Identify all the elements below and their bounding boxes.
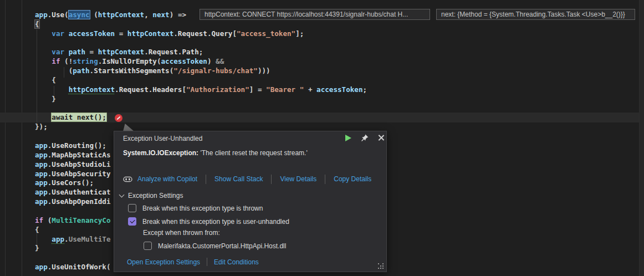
module-exclusion-row: Malerifakta.CustomerPortal.HttpApi.Host.… — [144, 241, 286, 251]
code-token: ( — [64, 11, 69, 19]
code-token: . — [207, 29, 212, 38]
break-when-thrown-checkbox[interactable] — [128, 204, 136, 212]
code-token: httpContext — [127, 29, 173, 38]
code-token: ) — [207, 57, 216, 65]
exception-type: System.IO.IOException: — [123, 149, 198, 157]
break-when-thrown-row: Break when this exception type is thrown — [128, 203, 263, 213]
code-token: UseRouting — [52, 141, 94, 150]
code-token: Path — [182, 48, 198, 56]
code-token — [35, 29, 52, 38]
code-token: . — [173, 29, 178, 38]
code-token: [ — [232, 29, 237, 38]
code-token: Headers — [152, 85, 182, 94]
code-token: { — [35, 226, 39, 234]
datatip-next[interactable]: next: {Method = {System.Threading.Tasks.… — [436, 9, 635, 20]
code-token: var — [52, 48, 64, 56]
code-token: (); — [94, 141, 106, 150]
code-token — [35, 48, 52, 56]
code-token: app — [35, 141, 48, 150]
exception-icon[interactable] — [115, 114, 122, 122]
code-line[interactable]: { — [35, 76, 367, 85]
code-token: ))) — [258, 67, 270, 75]
code-line[interactable]: if (!string.IsNullOrEmpty(accessToken) &… — [35, 57, 367, 67]
view-details-link[interactable]: View Details — [280, 175, 316, 183]
outline-margin-line — [22, 0, 22, 276]
code-token: UseUnitOfWork — [52, 263, 106, 271]
code-token: app — [35, 170, 48, 178]
code-token — [64, 48, 69, 56]
code-token: . — [64, 235, 69, 243]
break-when-unhandled-label: Break when this exception type is user-u… — [142, 218, 289, 226]
code-token: ; — [199, 48, 203, 56]
pushpin-icon — [360, 134, 369, 142]
code-token — [35, 57, 52, 65]
code-token: app — [35, 160, 48, 168]
code-token: UseMultiTe — [69, 235, 111, 243]
break-when-unhandled-row: Break when this exception type is user-u… — [128, 217, 289, 226]
code-line[interactable]: { — [35, 20, 367, 29]
code-token: app — [35, 11, 48, 19]
code-token: accessToken — [69, 29, 115, 38]
copy-details-link[interactable]: Copy Details — [334, 175, 371, 183]
code-token: }); — [35, 122, 48, 131]
code-line[interactable]: var accessToken = httpContext.Request.Qu… — [35, 29, 367, 39]
code-token: UseCors — [52, 178, 81, 187]
pin-icon[interactable] — [360, 134, 369, 142]
code-token: (! — [60, 57, 73, 65]
module-exclusion-label: Malerifakta.CustomerPortal.HttpApi.Host.… — [158, 242, 286, 250]
code-token: app — [35, 151, 48, 159]
code-token: StartsWithSegments — [94, 67, 169, 75]
code-token — [35, 113, 52, 121]
code-token: . — [144, 48, 149, 56]
code-token: = — [85, 48, 98, 56]
code-line[interactable] — [35, 104, 367, 114]
code-token — [35, 85, 69, 94]
editor-scrollbar[interactable] — [639, 0, 644, 276]
code-line[interactable]: (path.StartsWithSegments("/signalr-hubs/… — [35, 67, 367, 76]
divider — [206, 175, 206, 184]
code-token: + — [304, 85, 316, 94]
code-token: ] = — [249, 85, 266, 94]
code-token: UseAbpOpenIddi — [52, 197, 110, 206]
module-exclusion-checkbox[interactable] — [144, 242, 152, 250]
code-token: app — [35, 188, 48, 196]
code-token: , — [144, 11, 152, 19]
break-when-unhandled-checkbox[interactable] — [128, 217, 136, 226]
code-token: { — [35, 20, 39, 28]
exception-settings-expander[interactable]: Exception Settings — [120, 192, 183, 200]
continue-button[interactable] — [345, 135, 351, 141]
show-call-stack-link[interactable]: Show Call Stack — [214, 175, 263, 183]
exception-text: 'The client reset the request stream.' — [198, 149, 308, 157]
edit-conditions-link[interactable]: Edit Conditions — [214, 258, 259, 266]
code-token: MultiTenancyCo — [52, 216, 110, 224]
code-token: IsNullOrEmpty — [102, 57, 157, 65]
code-token: httpContext — [98, 48, 144, 56]
code-line[interactable]: var path = httpContext.Request.Path; — [35, 48, 367, 57]
except-when-thrown-label: Except when thrown from: — [143, 229, 220, 237]
open-exception-settings-link[interactable]: Open Exception Settings — [127, 258, 200, 266]
code-line[interactable] — [35, 39, 367, 48]
code-token: MapAbpStaticAs — [52, 151, 110, 159]
code-token: ( — [43, 216, 52, 224]
resize-grip-icon[interactable] — [378, 263, 384, 269]
code-token: Request — [119, 85, 149, 94]
divider — [325, 175, 325, 184]
close-icon[interactable] — [377, 134, 385, 142]
code-line[interactable]: httpContext.Request.Headers["Authorizati… — [35, 85, 367, 95]
code-token: Query — [212, 29, 233, 38]
code-token: UseAbpStudioLi — [52, 160, 110, 168]
code-token: app — [52, 235, 64, 243]
code-token: if — [52, 57, 60, 65]
code-token: UseAbpSecurity — [52, 170, 110, 178]
code-token: var — [52, 29, 64, 38]
code-line[interactable]: await next(); — [35, 113, 367, 122]
code-token: (); — [81, 178, 94, 187]
code-token: accessToken — [161, 57, 207, 65]
code-line[interactable]: } — [35, 95, 367, 104]
code-token: } — [35, 244, 39, 252]
analyze-with-copilot-link[interactable]: Analyze with Copilot — [137, 175, 197, 183]
code-token: && — [216, 57, 224, 65]
datatip-httpcontext[interactable]: httpContext: CONNECT https://localhost:4… — [200, 9, 430, 20]
break-when-thrown-label: Break when this exception type is thrown — [142, 205, 263, 212]
code-token: path — [73, 67, 89, 75]
